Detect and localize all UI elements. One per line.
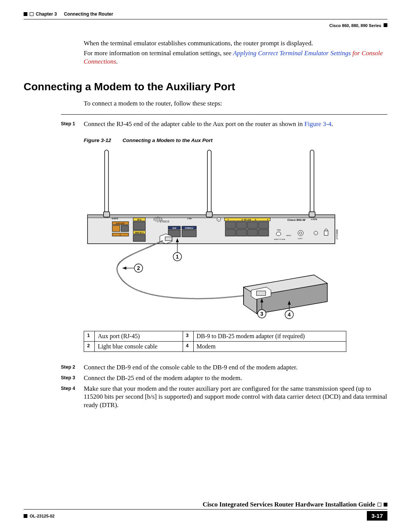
svg-point-62 xyxy=(325,229,327,231)
svg-rect-49 xyxy=(258,229,269,236)
svg-text:12VDC: 12VDC xyxy=(298,238,303,240)
figure-legend-table: 1 Aux port (RJ-45) 3 DB-9 to DB-25 modem… xyxy=(84,331,346,352)
svg-text:+: + xyxy=(315,232,317,235)
svg-text:B RSTK: B RSTK xyxy=(112,218,119,220)
figure-3-4-link[interactable]: Figure 3-4 xyxy=(304,120,331,128)
svg-point-57 xyxy=(299,232,302,234)
legend-cell-1-num: 1 xyxy=(84,331,95,342)
figure-diagram: DATA 900 0 FE 8 WAN GE 0 cisco A xyxy=(84,146,387,323)
step-2-label: Step 2 xyxy=(61,363,84,370)
section-intro: To connect a modem to the router, follow… xyxy=(84,100,387,107)
svg-rect-8 xyxy=(112,225,120,232)
svg-text:FE LAN: FE LAN xyxy=(244,219,251,221)
step-4-text: Make sure that your modem and the router… xyxy=(84,385,387,409)
header-black-square-icon xyxy=(24,12,27,16)
step-3-row: Step 3 Connect the DB-25 end of the mode… xyxy=(61,374,387,382)
figure-number: Figure 3-12 xyxy=(84,137,111,143)
step-2-text: Connect the DB-9 end of the console cabl… xyxy=(84,363,387,372)
step-2-row: Step 2 Connect the DB-9 end of the conso… xyxy=(61,363,387,372)
legend-cell-2-text: Light blue console cable xyxy=(95,342,183,352)
svg-text:2: 2 xyxy=(137,265,140,271)
svg-rect-44 xyxy=(247,222,258,228)
svg-text:CONSOLE: CONSOLE xyxy=(185,227,193,229)
step-1-row: Step 1 Connect the RJ-45 end of the adap… xyxy=(61,120,387,128)
svg-rect-4 xyxy=(207,150,211,216)
svg-text:5: 5 xyxy=(255,219,256,221)
svg-text:6: 6 xyxy=(242,219,243,221)
svg-text:POE: POE xyxy=(277,229,281,231)
svg-text:cisco: cisco xyxy=(160,219,170,223)
intro-paragraph-2: For more information on terminal emulati… xyxy=(84,49,387,66)
svg-rect-43 xyxy=(236,222,247,228)
period: . xyxy=(116,58,118,65)
header-right-square-icon xyxy=(384,23,387,27)
svg-marker-78 xyxy=(123,267,126,270)
footer-rule xyxy=(24,509,387,510)
svg-rect-65 xyxy=(165,237,172,241)
page-footer: Cisco Integrated Services Router Hardwar… xyxy=(24,501,387,521)
intro-p2-text: For more information on terminal emulati… xyxy=(84,50,233,57)
svg-rect-9 xyxy=(121,225,129,232)
step-4-row: Step 4 Make sure that your modem and the… xyxy=(61,385,387,409)
svg-text:Cisco 892-W: Cisco 892-W xyxy=(287,218,306,222)
svg-rect-61 xyxy=(324,231,328,235)
legend-cell-3-text: DB-9 to DB-25 modem adapter (if required… xyxy=(193,331,346,342)
svg-rect-2 xyxy=(105,150,108,216)
svg-text:FE 8: FE 8 xyxy=(137,219,142,221)
legend-cell-4-num: 4 xyxy=(183,342,193,352)
footer-guide-title: Cisco Integrated Services Router Hardwar… xyxy=(202,501,375,508)
svg-text:272386: 272386 xyxy=(335,229,339,240)
svg-rect-47 xyxy=(236,229,247,236)
figure-title: Connecting a Modem to the Aux Port xyxy=(123,137,213,143)
header-rule xyxy=(24,19,387,19)
svg-point-53 xyxy=(276,232,281,236)
series-label: Cisco 860, 880, 890 Series xyxy=(330,23,381,28)
section-heading: Connecting a Modem to the Auxiliary Port xyxy=(24,81,387,93)
svg-rect-42 xyxy=(225,222,236,228)
legend-cell-2-num: 2 xyxy=(84,342,95,352)
svg-rect-31 xyxy=(182,230,196,237)
legend-cell-1-text: Aux port (RJ-45) xyxy=(95,331,183,342)
step-1-period: . xyxy=(331,120,333,128)
svg-rect-72 xyxy=(256,291,266,296)
figure-caption: Figure 3-12 Connecting a Modem to the Au… xyxy=(84,137,387,143)
steps-top-rule xyxy=(61,114,387,115)
header-outline-square-icon xyxy=(30,12,33,16)
svg-text:4: 4 xyxy=(288,312,291,318)
terminal-emulator-link[interactable]: Applying Correct Terminal Emulator Setti… xyxy=(233,50,352,57)
svg-rect-48 xyxy=(247,229,258,236)
svg-text:DATA 900: DATA 900 xyxy=(116,222,124,225)
page-number-badge: 3-17 xyxy=(367,511,387,521)
step-4-label: Step 4 xyxy=(61,385,84,391)
svg-rect-5 xyxy=(206,212,212,217)
step-3-label: Step 3 xyxy=(61,374,84,380)
svg-text:A PSTN: A PSTN xyxy=(311,219,317,220)
footer-outline-square-icon xyxy=(378,503,381,506)
svg-text:AUX: AUX xyxy=(172,227,177,229)
step-1-label: Step 1 xyxy=(61,120,84,126)
step-1-text: Connect the RJ-45 end of the adapter cab… xyxy=(84,120,304,128)
chapter-title: Connecting the Router xyxy=(64,11,113,17)
intro-paragraph-1: When the terminal emulator establishes c… xyxy=(84,39,387,48)
svg-rect-6 xyxy=(310,150,314,216)
svg-text:WAN GE 0: WAN GE 0 xyxy=(135,232,144,234)
legend-cell-4-text: Modem xyxy=(193,342,346,352)
step-3-text: Connect the DB-25 end of the modem adapt… xyxy=(84,374,387,382)
svg-rect-7 xyxy=(309,212,315,217)
legend-cell-3-num: 3 xyxy=(183,331,193,342)
svg-rect-45 xyxy=(258,222,269,228)
footer-left-square-icon xyxy=(24,514,27,518)
svg-rect-3 xyxy=(104,212,110,217)
page-header: Chapter 3 Connecting the Router xyxy=(24,11,387,17)
svg-text:RESET: RESET xyxy=(286,235,292,236)
footer-doc-number: OL-23125-02 xyxy=(30,514,54,518)
svg-text:1: 1 xyxy=(176,254,179,260)
chapter-number: Chapter 3 xyxy=(36,11,57,17)
svg-text:0: 0 xyxy=(120,234,121,236)
svg-text:7: 7 xyxy=(228,219,229,221)
svg-text:+: + xyxy=(218,218,220,221)
svg-rect-16 xyxy=(133,222,145,230)
footer-black-square-icon xyxy=(384,503,387,506)
svg-text:3: 3 xyxy=(260,311,263,317)
svg-text:4: 4 xyxy=(267,219,268,221)
